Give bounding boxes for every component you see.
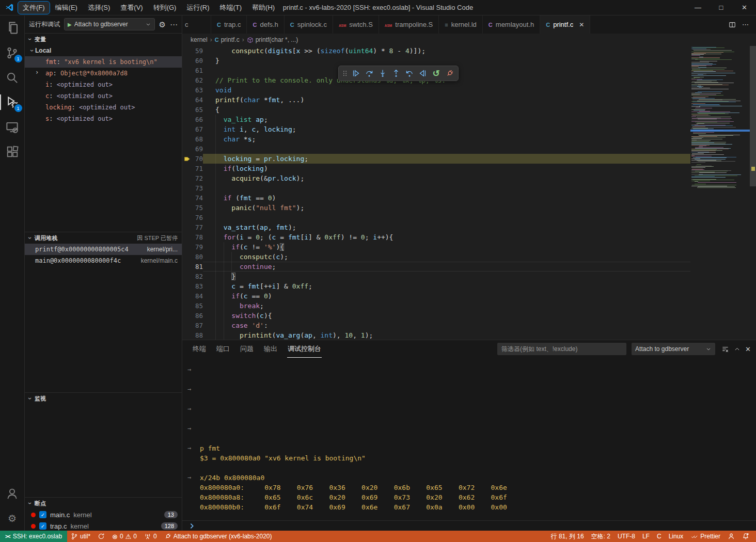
activity-item-run-and-debug[interactable]: 1 [0,90,25,115]
line-number[interactable]: 71 [193,164,203,173]
gutter-margin[interactable] [182,252,193,262]
code-text[interactable] [203,213,690,222]
close-tab-icon[interactable]: ✕ [579,21,584,28]
gutter-margin[interactable] [182,85,193,95]
code-line[interactable]: 88 printint(va_arg(ap, int), 10, 1); [182,330,690,340]
line-number[interactable]: 76 [193,213,203,222]
gutter-margin[interactable] [182,144,193,154]
start-debug-icon[interactable]: ▶ [68,22,72,27]
code-line[interactable]: 73 [182,183,690,193]
more-actions-icon[interactable]: ⋯ [170,21,178,28]
step-into-icon[interactable] [376,67,389,80]
line-number[interactable]: 65 [193,105,203,115]
gutter-margin[interactable] [182,164,193,173]
stack-frame-row[interactable]: main@0x0000000080000f4ckernel/main.c [25,255,182,266]
code-text[interactable]: if(locking) [203,164,690,173]
line-number[interactable]: 61 [193,66,203,75]
menu-item[interactable]: 终端(T) [215,2,246,14]
gutter-margin[interactable] [182,75,193,85]
code-line[interactable]: 85 break; [182,301,690,311]
gutter-margin[interactable] [182,154,193,164]
os-item[interactable]: Linux [665,531,687,542]
code-line[interactable]: 59 consputc(digits[x >> (sizeof(uint64) … [182,46,690,56]
gutter-margin[interactable] [182,281,193,291]
console-prompt-line[interactable]: →x/24b 0x800080a0 [200,473,756,483]
line-number[interactable]: 64 [193,95,203,105]
tab-c[interactable]: c [182,15,211,34]
code-text[interactable]: { [203,105,690,115]
code-line[interactable]: 77 va_start(ap, fmt); [182,222,690,232]
line-number[interactable]: 70 [193,154,203,164]
code-line[interactable]: 79 if(c != '%'){ [182,242,690,252]
activity-item-remote-explorer[interactable] [0,115,25,139]
breakpoint-row-trap.c[interactable]: ✓trap.ckernel128 [25,520,182,531]
code-text[interactable]: switch(c){ [203,311,690,321]
code-line[interactable]: 76 [182,213,690,222]
code-text[interactable]: for(i = 0; (c = fmt[i] & 0xff) != 0; i++… [203,232,690,242]
tab-trampoline.S[interactable]: ASMtrampoline.S [379,15,439,34]
close-panel-icon[interactable]: ✕ [745,345,751,353]
code-line[interactable]: 67 int i, c, locking; [182,124,690,134]
tab-swtch.S[interactable]: ASMswtch.S [333,15,379,34]
panel-tab-端口[interactable]: 端口 [211,340,235,358]
indentation-item[interactable]: 空格: 2 [588,531,614,542]
gutter-margin[interactable] [182,213,193,222]
line-number[interactable]: 69 [193,144,203,154]
breadcrumb-folder[interactable]: kernel [191,36,208,43]
gutter-margin[interactable] [182,311,193,321]
code-line[interactable]: 82 } [182,272,690,281]
code-line[interactable]: 72 acquire(&pr.lock); [182,173,690,183]
code-text[interactable]: if(c != '%'){ [203,242,690,252]
variable-row-locking[interactable]: locking: <optimized out> [25,102,182,113]
gutter-margin[interactable] [182,193,193,203]
code-line[interactable]: 60} [182,56,690,66]
formatter-item[interactable]: Prettier [687,531,724,542]
gutter-margin[interactable] [182,115,193,124]
restart-icon[interactable]: ↺ [430,67,443,80]
code-line[interactable]: 74 if (fmt == 0) [182,193,690,203]
tab-kernel.ld[interactable]: ≡kernel.ld [439,15,483,34]
menu-item[interactable]: 转到(G) [149,2,181,14]
debug-status-item[interactable]: Attach to gdbserver (xv6-labs-2020) [161,531,276,542]
code-text[interactable]: printint(va_arg(ap, int), 10, 1); [203,330,690,340]
line-number[interactable]: 67 [193,124,203,134]
stack-frame-row[interactable]: printf@0x00000000800005c4kernel/pri... [25,244,182,255]
cursor-position-item[interactable]: 行 81, 列 16 [547,531,588,542]
code-text[interactable]: consputc(digits[x >> (sizeof(uint64) * 8… [203,46,690,56]
continue-icon[interactable] [349,67,362,80]
forwarded-ports-item[interactable]: 0 [140,531,161,542]
code-text[interactable]: char *s; [203,134,690,144]
gutter-margin[interactable] [182,105,193,115]
line-number[interactable]: 66 [193,115,203,124]
variable-row-i[interactable]: i: <optimized out> [25,79,182,90]
line-number[interactable]: 60 [193,56,203,66]
code-line[interactable]: 65{ [182,105,690,115]
variable-row-c[interactable]: c: <optimized out> [25,90,182,102]
tab-trap.c[interactable]: Ctrap.c [211,15,247,34]
code-editor[interactable]: 59 consputc(digits[x >> (sizeof(uint64) … [182,46,756,340]
variable-row-fmt[interactable]: fmt: "xv6 kernel is booting\n" [25,56,182,68]
code-line[interactable]: 63void [182,85,690,95]
activity-item-account[interactable] [0,481,25,506]
code-text[interactable]: case 'd': [203,321,690,330]
line-number[interactable]: 59 [193,46,203,56]
debug-console-output[interactable]: → → → → →p fmt$3 = 0x800080a0 "xv6 kerne… [182,358,756,520]
console-filter-input[interactable]: 筛选器(例如 text、!exclude) [497,343,626,355]
code-line[interactable]: 84 if(c == 0) [182,291,690,301]
line-number[interactable]: 77 [193,222,203,232]
debug-session-select[interactable]: Attach to gdbserver [632,343,715,355]
notifications-item[interactable] [738,531,753,542]
line-number[interactable]: 87 [193,321,203,330]
clear-console-icon[interactable] [721,345,729,353]
step-back-icon[interactable] [403,67,416,80]
console-prompt-line[interactable]: → [200,385,756,394]
code-text[interactable]: if (fmt == 0) [203,193,690,203]
line-number[interactable]: 81 [193,262,203,272]
gutter-margin[interactable] [182,183,193,193]
disconnect-icon[interactable] [443,67,456,80]
menu-item[interactable]: 帮助(H) [247,2,279,14]
launch-config-select[interactable]: ▶ Attach to gdbserver [64,18,155,30]
gutter-margin[interactable] [182,66,193,75]
gutter-margin[interactable] [182,56,193,66]
code-line[interactable]: 86 switch(c){ [182,311,690,321]
